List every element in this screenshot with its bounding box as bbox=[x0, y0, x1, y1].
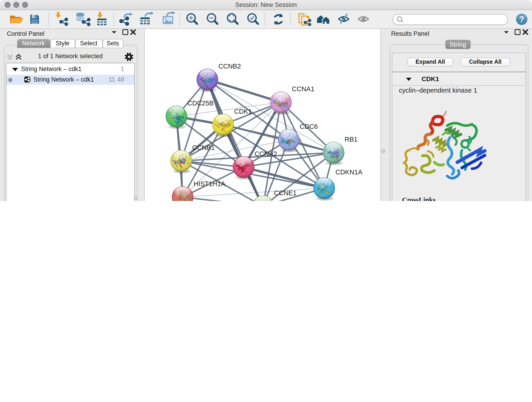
svg-text:HIST1H1A: HIST1H1A bbox=[194, 180, 225, 187]
svg-text:CCNA1: CCNA1 bbox=[292, 85, 314, 93]
svg-text:CCNB1: CCNB1 bbox=[192, 144, 215, 151]
svg-text:CCNE1: CCNE1 bbox=[274, 189, 297, 197]
svg-text:CDK1: CDK1 bbox=[234, 108, 252, 115]
svg-text:RB1: RB1 bbox=[345, 136, 357, 143]
svg-text:CDC6: CDC6 bbox=[300, 123, 318, 130]
svg-text:CCNB2: CCNB2 bbox=[218, 63, 241, 70]
svg-text:CDKN1A: CDKN1A bbox=[336, 168, 362, 176]
svg-text:CCNA2: CCNA2 bbox=[254, 150, 277, 157]
svg-text:?: ? bbox=[519, 15, 524, 24]
svg-text:CDC25B: CDC25B bbox=[187, 99, 214, 107]
